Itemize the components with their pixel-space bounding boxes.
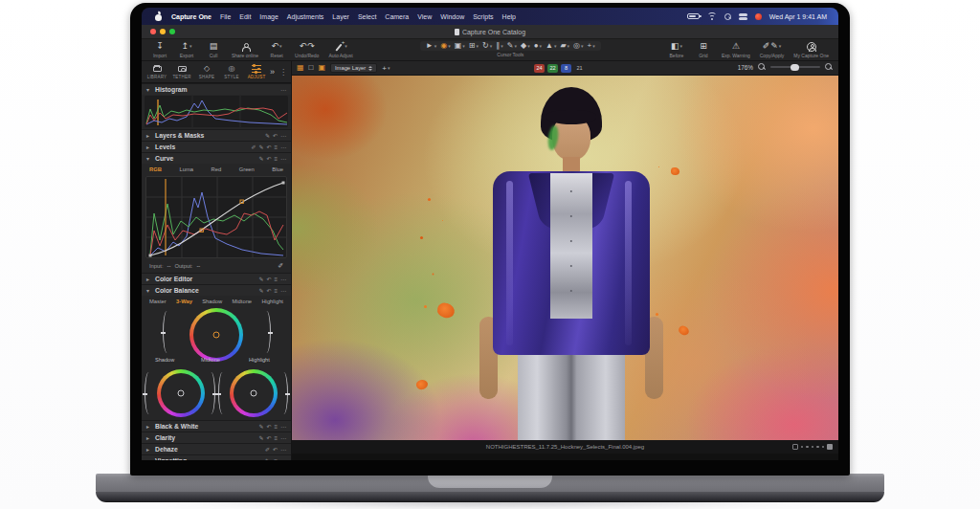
reset-icon[interactable]: ↶ xyxy=(266,424,271,430)
edit-icon[interactable]: ✎ xyxy=(258,144,263,150)
tab-shape[interactable]: ◇ SHAPE xyxy=(195,65,218,79)
edit-icon[interactable]: ✎ xyxy=(258,424,263,430)
menu-window[interactable]: Window xyxy=(440,13,464,20)
more-tabs-icon[interactable]: ⋮ xyxy=(279,68,287,77)
status-dot-icon[interactable] xyxy=(755,13,762,20)
edit-icon[interactable]: ✎ xyxy=(258,156,263,162)
more-icon[interactable]: ⋯ xyxy=(280,144,286,150)
gradient-mask-tool[interactable]: ▰▾ xyxy=(560,42,569,50)
layer-dropdown[interactable]: Image Layer xyxy=(330,63,377,73)
dropper-icon[interactable]: ✐ xyxy=(265,447,270,453)
compare-icon[interactable] xyxy=(792,444,798,450)
before-after-button[interactable]: ◧▾ Before xyxy=(668,41,685,58)
curve-picker-icon[interactable]: ✐ xyxy=(278,262,283,270)
more-icon[interactable]: ⋯ xyxy=(280,133,286,139)
histogram-header[interactable]: ▾ Histogram ⋯ xyxy=(142,83,291,95)
clarity-header[interactable]: ▸ Clarity ✎↶≡⋯ xyxy=(142,432,291,443)
color-tag-icon[interactable] xyxy=(827,444,833,450)
edit-icon[interactable]: ✎ xyxy=(265,458,270,461)
rating-dots[interactable] xyxy=(801,446,824,448)
vignetting-header[interactable]: ▸ Vignetting ✎↶⋯ xyxy=(142,454,291,460)
more-icon[interactable]: ⋯ xyxy=(280,424,286,430)
zoom-out-icon[interactable] xyxy=(758,63,766,71)
multi-view-icon[interactable]: ▦ xyxy=(297,64,304,72)
shadow-luma-slider[interactable] xyxy=(145,372,153,414)
menu-clock[interactable]: Wed Apr 1 9:41 AM xyxy=(769,13,827,20)
edit-icon[interactable]: ✎ xyxy=(258,277,263,282)
menu-app-name[interactable]: Capture One xyxy=(171,13,212,20)
reset-icon[interactable]: ↶ xyxy=(266,435,271,441)
heal-tool[interactable]: ●▾ xyxy=(534,42,542,50)
battery-icon[interactable] xyxy=(687,13,700,19)
exposure-warning-button[interactable]: ⚠ Exp. Warning xyxy=(722,41,750,58)
add-layer-button[interactable]: +▾ xyxy=(382,64,390,73)
copy-apply-button[interactable]: ✐✎▾ Copy/Apply xyxy=(760,41,785,58)
cb-tab-3way[interactable]: 3-Way xyxy=(176,299,192,304)
highlight-luma-slider[interactable] xyxy=(279,372,288,414)
menu-camera[interactable]: Camera xyxy=(385,13,409,20)
style-brush-tool[interactable]: +▾ xyxy=(588,42,595,50)
dropper-icon[interactable]: ✐ xyxy=(251,144,256,150)
curve-tab-blue[interactable]: Blue xyxy=(272,166,283,172)
reset-icon[interactable]: ↶ xyxy=(266,156,271,162)
more-icon[interactable]: ⋯ xyxy=(280,87,286,93)
control-center-icon[interactable] xyxy=(739,12,747,20)
undo-redo-buttons[interactable]: ↶↷ Undo/Redo xyxy=(295,41,319,58)
curve-tab-luma[interactable]: Luma xyxy=(179,166,193,172)
curve-header[interactable]: ▾ Curve ✎ ↶ ≡ ⋯ xyxy=(142,152,291,164)
reset-icon[interactable]: ↶ xyxy=(266,144,271,150)
tab-style[interactable]: ◎ STYLE xyxy=(220,65,243,79)
grid-button[interactable]: ⊞ Grid xyxy=(695,41,712,58)
menu-layer[interactable]: Layer xyxy=(332,13,349,20)
preset-menu-icon[interactable]: ≡ xyxy=(274,144,278,150)
menu-scripts[interactable]: Scripts xyxy=(473,13,493,20)
menu-file[interactable]: File xyxy=(220,13,231,20)
curve-graph[interactable] xyxy=(145,176,287,258)
auto-adjust-button[interactable]: ▾ Auto Adjust xyxy=(328,41,352,58)
curve-tab-green[interactable]: Green xyxy=(239,166,255,172)
curve-tab-red[interactable]: Red xyxy=(212,166,222,172)
zoom-in-icon[interactable] xyxy=(825,63,833,71)
tab-tether[interactable]: TETHER xyxy=(170,65,193,79)
dehaze-header[interactable]: ▸ Dehaze ✐↶⋯ xyxy=(142,443,291,454)
share-online-button[interactable]: Share online xyxy=(232,41,258,58)
preset-menu-icon[interactable]: ≡ xyxy=(274,424,278,430)
reset-icon[interactable]: ↶ xyxy=(273,133,278,139)
export-button[interactable]: ↥▾ Export xyxy=(178,41,195,58)
preset-menu-icon[interactable]: ≡ xyxy=(274,288,278,294)
color-balance-header[interactable]: ▾ Color Balance ✎ ↶ ≡ ⋯ xyxy=(142,284,291,296)
more-icon[interactable]: ⋯ xyxy=(280,447,286,453)
menu-adjustments[interactable]: Adjustments xyxy=(287,13,324,20)
more-icon[interactable]: ⋯ xyxy=(280,156,286,162)
single-view-icon[interactable]: □ xyxy=(309,64,314,72)
curve-tab-rgb[interactable]: RGB xyxy=(149,166,162,172)
midtone-luma-slider-left[interactable] xyxy=(163,311,171,353)
layers-masks-header[interactable]: ▸ Layers & Masks ✎ ↶ ⋯ xyxy=(142,129,291,141)
loupe-tool[interactable]: ▣▾ xyxy=(455,42,465,50)
rotate-tool[interactable]: ↻▾ xyxy=(482,42,492,50)
zoom-slider-handle[interactable] xyxy=(791,64,799,71)
levels-header[interactable]: ▸ Levels ✐ ✎ ↶ ≡ ⋯ xyxy=(142,141,291,152)
my-capture-one-button[interactable]: My Capture One xyxy=(793,41,829,58)
menu-view[interactable]: View xyxy=(417,13,432,20)
more-icon[interactable]: ⋯ xyxy=(280,458,286,461)
midtone-color-wheel[interactable] xyxy=(189,308,243,362)
apple-menu-icon[interactable] xyxy=(155,12,163,21)
photo-canvas[interactable] xyxy=(292,76,838,440)
erase-mask-tool[interactable]: ◆▾ xyxy=(521,42,530,50)
menu-help[interactable]: Help xyxy=(502,13,516,20)
reset-button[interactable]: ↶▾ Reset xyxy=(268,41,285,58)
color-editor-header[interactable]: ▸ Color Editor ✎ ↶ ≡ ⋯ xyxy=(142,273,291,284)
select-tool[interactable]: ►▾ xyxy=(426,42,436,50)
expand-tabs-icon[interactable]: » xyxy=(270,67,275,77)
crop-tool[interactable]: ⊞▾ xyxy=(469,42,479,50)
midtone-luma-slider-right[interactable] xyxy=(262,311,271,353)
reset-icon[interactable]: ↶ xyxy=(273,447,278,453)
import-button[interactable]: ↧ Import xyxy=(151,41,168,58)
clone-tool[interactable]: ▲▾ xyxy=(546,42,556,50)
edit-icon[interactable]: ✎ xyxy=(265,133,270,139)
preset-menu-icon[interactable]: ≡ xyxy=(274,435,278,441)
menu-select[interactable]: Select xyxy=(358,13,376,20)
preset-menu-icon[interactable]: ≡ xyxy=(274,156,278,162)
tab-library[interactable]: LIBRARY xyxy=(145,65,168,79)
